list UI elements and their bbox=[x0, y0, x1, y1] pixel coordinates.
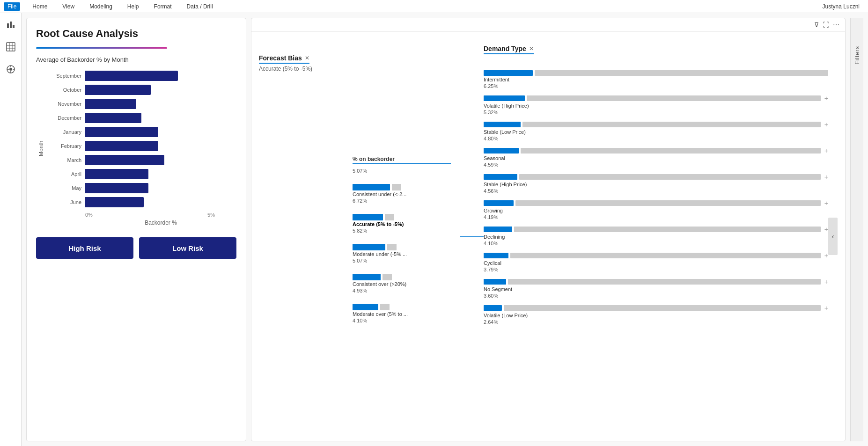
menu-format[interactable]: Format bbox=[151, 3, 175, 10]
demand-value: 4.59% bbox=[484, 162, 828, 168]
bar-fill bbox=[85, 99, 136, 109]
x-tick-0: 0% bbox=[85, 212, 93, 218]
demand-bar-blue bbox=[484, 279, 506, 285]
bar-track bbox=[85, 113, 236, 123]
node-bar-fill bbox=[353, 274, 381, 280]
high-risk-button[interactable]: High Risk bbox=[36, 237, 133, 259]
add-icon[interactable]: + bbox=[824, 95, 828, 102]
expand-button[interactable]: ‹ bbox=[828, 218, 838, 255]
menu-data-drill[interactable]: Data / Drill bbox=[184, 3, 216, 10]
node-bar-fill bbox=[353, 184, 390, 190]
fullscreen-icon[interactable]: ⛶ bbox=[823, 21, 829, 29]
demand-label: Intermittent bbox=[484, 77, 828, 82]
node-bar-gray bbox=[387, 244, 397, 250]
filter-icon[interactable]: ⊽ bbox=[814, 21, 819, 29]
menu-home[interactable]: Home bbox=[29, 3, 50, 10]
node-value: 4.93% bbox=[353, 288, 451, 293]
more-options-icon[interactable]: ⋯ bbox=[833, 21, 839, 29]
add-icon[interactable]: + bbox=[824, 304, 828, 312]
demand-bar-row: + bbox=[484, 304, 828, 312]
add-icon[interactable]: + bbox=[824, 147, 828, 154]
node-label: Moderate under (-5% ... bbox=[353, 251, 451, 257]
menu-help[interactable]: Help bbox=[125, 3, 142, 10]
decomp-node[interactable]: Consistent under (<-2... 6.72% bbox=[353, 181, 451, 206]
add-icon[interactable]: + bbox=[824, 173, 828, 181]
decomp-node[interactable]: Consistent over (>20%) 4.93% bbox=[353, 271, 451, 296]
demand-value: 2.64% bbox=[484, 319, 828, 325]
demand-bar-row: + bbox=[484, 95, 828, 102]
backorder-filter-value: 5.07% bbox=[353, 168, 451, 174]
demand-type-label: Demand Type bbox=[484, 45, 526, 52]
drill-icon[interactable] bbox=[4, 63, 17, 76]
demand-bar-blue bbox=[484, 122, 521, 127]
bar-row: March bbox=[46, 155, 236, 165]
node-bar-row bbox=[353, 214, 451, 220]
demand-label: Stable (High Price) bbox=[484, 182, 828, 187]
node-bar-gray bbox=[383, 274, 392, 280]
bar-track bbox=[85, 99, 236, 109]
decomp-node[interactable]: Moderate over (5% to ... 4.10% bbox=[353, 301, 451, 326]
bar-label: April bbox=[46, 171, 81, 177]
bar-track bbox=[85, 85, 236, 95]
bar-chart-icon[interactable] bbox=[4, 18, 17, 31]
demand-bar-gray bbox=[535, 70, 829, 76]
demand-bar-row: + bbox=[484, 252, 828, 259]
menu-modeling[interactable]: Modeling bbox=[87, 3, 115, 10]
decomp-node[interactable]: Moderate under (-5% ... 5.07% bbox=[353, 241, 451, 266]
demand-bar-row bbox=[484, 70, 828, 76]
add-icon[interactable]: + bbox=[824, 121, 828, 128]
menu-file[interactable]: File bbox=[4, 2, 20, 11]
decomp-tree-panel: ⊽ ⛶ ⋯ Forecast Bias ✕ Acc bbox=[251, 18, 846, 441]
bar-row: November bbox=[46, 99, 236, 109]
demand-bar-blue bbox=[484, 174, 517, 180]
demand-item: + Growing 4.19% bbox=[484, 199, 828, 220]
node-value: 5.82% bbox=[353, 228, 451, 234]
demand-list: Intermittent 6.25% + Volatile (High Pric… bbox=[484, 70, 828, 325]
forecast-bias-close[interactable]: ✕ bbox=[305, 55, 309, 61]
demand-label: Volatile (Low Price) bbox=[484, 313, 828, 318]
add-icon[interactable]: + bbox=[824, 278, 828, 285]
forecast-bias-filter: Forecast Bias ✕ bbox=[259, 53, 309, 64]
node-bar-gray bbox=[392, 184, 401, 190]
demand-item: + Declining 4.10% bbox=[484, 226, 828, 246]
bar-track bbox=[85, 127, 236, 137]
chevron-left-icon: ‹ bbox=[832, 233, 834, 240]
demand-item: + Volatile (Low Price) 2.64% bbox=[484, 304, 828, 325]
svg-rect-3 bbox=[7, 43, 15, 51]
x-axis-label: Backorder % bbox=[46, 219, 236, 226]
bar-label: June bbox=[46, 199, 81, 205]
demand-bar-gray bbox=[522, 122, 821, 127]
add-icon[interactable]: + bbox=[824, 226, 828, 233]
demand-bar-gray bbox=[519, 174, 821, 180]
node-bar-gray bbox=[385, 214, 394, 220]
add-icon[interactable]: + bbox=[824, 252, 828, 259]
decomp-node[interactable]: Accurate (5% to -5%) 5.82% bbox=[353, 211, 451, 236]
bar-label: May bbox=[46, 185, 81, 191]
demand-bar-gray bbox=[514, 227, 821, 232]
add-icon[interactable]: + bbox=[824, 199, 828, 207]
bar-label: January bbox=[46, 129, 81, 135]
bar-row: December bbox=[46, 113, 236, 123]
node-value: 5.07% bbox=[353, 258, 451, 263]
demand-label: Seasonal bbox=[484, 155, 828, 161]
bar-row: September bbox=[46, 71, 236, 81]
demand-type-close[interactable]: ✕ bbox=[529, 45, 534, 52]
demand-value: 3.79% bbox=[484, 267, 828, 272]
button-row: High Risk Low Risk bbox=[36, 237, 236, 259]
demand-label: No Segment bbox=[484, 286, 828, 292]
table-icon[interactable] bbox=[4, 40, 17, 53]
bar-label: March bbox=[46, 157, 81, 163]
demand-bar-gray bbox=[508, 279, 820, 285]
bar-fill bbox=[85, 71, 178, 81]
demand-label: Stable (Low Price) bbox=[484, 129, 828, 135]
demand-label: Growing bbox=[484, 208, 828, 213]
demand-item: + Seasonal 4.59% bbox=[484, 147, 828, 168]
node-bar-fill bbox=[353, 214, 383, 220]
low-risk-button[interactable]: Low Risk bbox=[139, 237, 236, 259]
decomp-col-3: Demand Type ✕ Intermittent 6.25% + Volat… bbox=[484, 39, 828, 433]
demand-bar-row: + bbox=[484, 226, 828, 233]
bar-label: December bbox=[46, 115, 81, 121]
connector-area bbox=[460, 39, 484, 433]
demand-item: + Cyclical 3.79% bbox=[484, 252, 828, 272]
menu-view[interactable]: View bbox=[59, 3, 77, 10]
